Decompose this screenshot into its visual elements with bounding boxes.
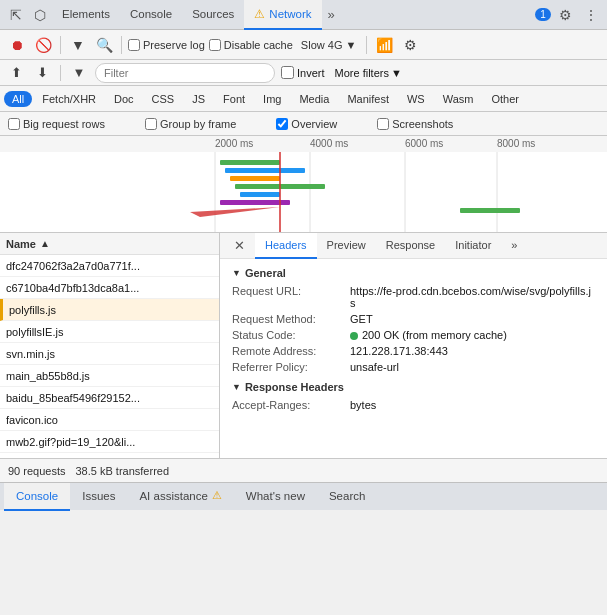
request-item[interactable]: c6710ba4d7bfb13dca8a1... bbox=[0, 277, 219, 299]
invert-checkbox[interactable]: Invert bbox=[281, 66, 325, 79]
svg-rect-6 bbox=[230, 176, 280, 181]
tab-elements[interactable]: Elements bbox=[52, 0, 120, 30]
bottom-tab-issues[interactable]: Issues bbox=[70, 483, 127, 511]
request-item[interactable]: favicon.ico bbox=[0, 409, 219, 431]
detail-row: Referrer Policy:unsafe-url bbox=[232, 361, 595, 373]
status-bar: 90 requests 38.5 kB transferred bbox=[0, 458, 607, 482]
tab-response[interactable]: Response bbox=[376, 233, 446, 259]
response-header-rows: Accept-Ranges:bytes bbox=[232, 399, 595, 411]
tab-network[interactable]: ⚠ Network bbox=[244, 0, 321, 30]
throttle-selector[interactable]: Slow 4G ▼ bbox=[297, 37, 360, 53]
tab-initiator[interactable]: Initiator bbox=[445, 233, 501, 259]
general-section-header: ▼ General bbox=[232, 267, 595, 279]
warn-icon: ⚠ bbox=[254, 7, 265, 21]
wifi-icon[interactable]: 📶 bbox=[373, 34, 395, 56]
request-list: Name ▲ dfc247062f3a2a7d0a771f...c6710ba4… bbox=[0, 233, 220, 458]
preserve-log-checkbox[interactable]: Preserve log bbox=[128, 39, 205, 51]
device-icon[interactable]: ⬡ bbox=[28, 3, 52, 27]
triangle-icon: ▼ bbox=[232, 268, 241, 278]
more-filters-button[interactable]: More filters ▼ bbox=[331, 65, 406, 81]
top-right-icons: 1 ⚙ ⋮ bbox=[535, 3, 603, 27]
transfer-size: 38.5 kB transferred bbox=[75, 465, 169, 477]
record-button[interactable]: ⏺ bbox=[6, 34, 28, 56]
tab-preview[interactable]: Preview bbox=[317, 233, 376, 259]
kebab-icon[interactable]: ⋮ bbox=[579, 3, 603, 27]
import-export-toolbar: ⬆ ⬇ ▼ Invert More filters ▼ bbox=[0, 60, 607, 86]
request-item[interactable]: polyfillsIE.js bbox=[0, 321, 219, 343]
timeline-svg bbox=[0, 152, 607, 232]
status-dot bbox=[350, 332, 358, 340]
bottom-tab-search[interactable]: Search bbox=[317, 483, 377, 511]
tab-detail-more[interactable]: » bbox=[501, 233, 527, 259]
detail-row: Request Method:GET bbox=[232, 313, 595, 325]
timeline-label-6000: 6000 ms bbox=[405, 138, 443, 149]
download-icon[interactable]: ⬇ bbox=[32, 63, 52, 83]
pill-all[interactable]: All bbox=[4, 91, 32, 107]
toolbar2-separator bbox=[60, 65, 61, 81]
filter-pills-row: AllFetch/XHRDocCSSJSFontImgMediaManifest… bbox=[0, 86, 607, 112]
bottom-tab-whats-new[interactable]: What's new bbox=[234, 483, 317, 511]
filter-icon[interactable]: ▼ bbox=[67, 34, 89, 56]
filter2-icon[interactable]: ▼ bbox=[69, 63, 89, 83]
clear-button[interactable]: 🚫 bbox=[32, 34, 54, 56]
request-item[interactable]: baidu_85beaf5496f29152... bbox=[0, 387, 219, 409]
pill-other[interactable]: Other bbox=[483, 91, 527, 107]
notification-badge: 1 bbox=[535, 8, 551, 21]
timeline-section: 2000 ms 4000 ms 6000 ms 8000 ms bbox=[0, 136, 607, 233]
pill-doc[interactable]: Doc bbox=[106, 91, 142, 107]
toolbar-separator-1 bbox=[60, 36, 61, 54]
close-detail-button[interactable]: ✕ bbox=[224, 233, 255, 259]
tab-console[interactable]: Console bbox=[120, 0, 182, 30]
filter-input[interactable] bbox=[95, 63, 275, 83]
request-list-items: dfc247062f3a2a7d0a771f...c6710ba4d7bfb13… bbox=[0, 255, 219, 458]
detail-panel: ✕ Headers Preview Response Initiator » ▼… bbox=[220, 233, 607, 458]
request-item[interactable]: dfc247062f3a2a7d0a771f... bbox=[0, 255, 219, 277]
svg-marker-12 bbox=[190, 207, 280, 217]
detail-row: Request URL:https://fe-prod.cdn.bcebos.c… bbox=[232, 285, 595, 309]
screenshots-checkbox[interactable]: Screenshots bbox=[377, 118, 453, 130]
toolbar-separator-3 bbox=[366, 36, 367, 54]
ai-warn-icon: ⚠ bbox=[212, 489, 222, 502]
general-rows: Request URL:https://fe-prod.cdn.bcebos.c… bbox=[232, 285, 595, 373]
tab-headers[interactable]: Headers bbox=[255, 233, 317, 259]
overview-checkbox[interactable]: Overview bbox=[276, 118, 337, 130]
pill-fetch[interactable]: Fetch/XHR bbox=[34, 91, 104, 107]
timeline-label-2000: 2000 ms bbox=[215, 138, 253, 149]
timeline-labels: 2000 ms 4000 ms 6000 ms 8000 ms bbox=[0, 136, 607, 152]
top-tab-bar: ⇱ ⬡ Elements Console Sources ⚠ Network »… bbox=[0, 0, 607, 30]
big-request-rows-checkbox[interactable]: Big request rows bbox=[8, 118, 105, 130]
network-gear-icon[interactable]: ⚙ bbox=[399, 34, 421, 56]
pill-wasm[interactable]: Wasm bbox=[435, 91, 482, 107]
pill-js[interactable]: JS bbox=[184, 91, 213, 107]
search-icon[interactable]: 🔍 bbox=[93, 34, 115, 56]
settings-icon[interactable]: ⚙ bbox=[553, 3, 577, 27]
pill-css[interactable]: CSS bbox=[144, 91, 183, 107]
tab-sources[interactable]: Sources bbox=[182, 0, 244, 30]
svg-rect-8 bbox=[240, 192, 280, 197]
request-item[interactable]: polyfills.js bbox=[0, 299, 219, 321]
bottom-tab-bar: Console Issues AI assistance ⚠ What's ne… bbox=[0, 482, 607, 510]
timeline-label-8000: 8000 ms bbox=[497, 138, 535, 149]
response-header-row: Accept-Ranges:bytes bbox=[232, 399, 595, 411]
request-item[interactable]: mwb2.gif?pid=19_120&li... bbox=[0, 453, 219, 458]
detail-row: Remote Address:121.228.171.38:443 bbox=[232, 345, 595, 357]
bottom-tab-console[interactable]: Console bbox=[4, 483, 70, 511]
timeline-chart bbox=[0, 152, 607, 232]
bottom-tab-ai[interactable]: AI assistance ⚠ bbox=[127, 483, 233, 511]
pill-ws[interactable]: WS bbox=[399, 91, 433, 107]
disable-cache-checkbox[interactable]: Disable cache bbox=[209, 39, 293, 51]
pill-img[interactable]: Img bbox=[255, 91, 289, 107]
request-item[interactable]: svn.min.js bbox=[0, 343, 219, 365]
cursor-icon[interactable]: ⇱ bbox=[4, 3, 28, 27]
pill-media[interactable]: Media bbox=[291, 91, 337, 107]
request-item[interactable]: mwb2.gif?pid=19_120&li... bbox=[0, 431, 219, 453]
detail-content: ▼ General Request URL:https://fe-prod.cd… bbox=[220, 259, 607, 423]
tab-more[interactable]: » bbox=[322, 7, 341, 22]
detail-row: Status Code:200 OK (from memory cache) bbox=[232, 329, 595, 341]
pill-manifest[interactable]: Manifest bbox=[339, 91, 397, 107]
svg-rect-4 bbox=[220, 160, 280, 165]
upload-icon[interactable]: ⬆ bbox=[6, 63, 26, 83]
pill-font[interactable]: Font bbox=[215, 91, 253, 107]
request-item[interactable]: main_ab55b8d.js bbox=[0, 365, 219, 387]
group-by-frame-checkbox[interactable]: Group by frame bbox=[145, 118, 236, 130]
